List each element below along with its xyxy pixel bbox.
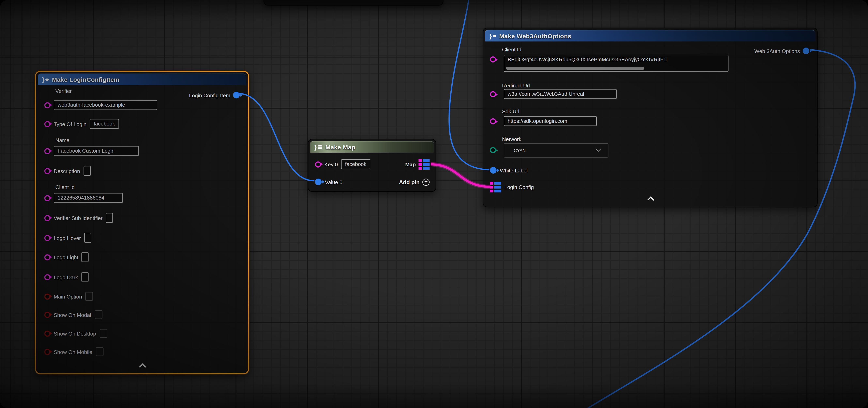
verifier-input[interactable]: web3auth-facebook-example: [54, 100, 157, 110]
blueprint-editor-viewport: } Make LoginConfigItem Login Config Item…: [0, 0, 868, 408]
pin-logo-dark[interactable]: [44, 274, 51, 280]
pin-logo-light[interactable]: [44, 254, 51, 260]
field-label: Key 0: [324, 161, 338, 167]
pin-client-id[interactable]: [44, 195, 51, 201]
field-label: Network: [502, 136, 521, 142]
field-label: Logo Hover: [54, 235, 81, 241]
field-label: Name: [55, 137, 69, 143]
pin-white-label[interactable]: [490, 167, 497, 174]
name-input[interactable]: Facebook Custom Login: [54, 146, 139, 156]
collapse-chevron-icon[interactable]: [139, 363, 146, 370]
show-on-modal-checkbox[interactable]: [94, 310, 102, 319]
pin-show-on-modal[interactable]: [44, 312, 51, 318]
pin-redirect-url[interactable]: [490, 91, 496, 97]
field-label: Value 0: [325, 179, 342, 185]
show-on-mobile-checkbox[interactable]: [96, 347, 103, 356]
pin-value-0[interactable]: [315, 178, 322, 185]
type-of-login-input[interactable]: facebook: [90, 119, 119, 129]
node-header-make-map[interactable]: } Make Map: [310, 141, 434, 152]
pin-show-on-mobile[interactable]: [44, 349, 51, 355]
pin-client-id[interactable]: [490, 57, 496, 63]
field-label: Description: [54, 168, 80, 174]
pin-key-0[interactable]: [315, 161, 321, 167]
verifier-sub-identifier-input[interactable]: [106, 213, 113, 223]
logo-dark-input[interactable]: [81, 272, 89, 282]
field-label: Show On Mobile: [54, 349, 92, 355]
pin-verifier[interactable]: [44, 102, 51, 108]
pin-sdk-url[interactable]: [490, 118, 496, 125]
field-label: Show On Modal: [54, 312, 91, 318]
node-make-map[interactable]: } Make Map Key 0 facebook Map Value 0 Ad…: [308, 139, 436, 192]
output-pin-label: Login Config Item: [189, 92, 230, 98]
field-label: Logo Dark: [54, 274, 78, 280]
make-map-icon: }: [314, 144, 322, 150]
output-pin-web3auth-options[interactable]: [803, 47, 809, 54]
pin-type-of-login[interactable]: [44, 121, 51, 127]
output-pin-label: Web 3Auth Options: [754, 48, 800, 54]
field-label: Verifier: [55, 88, 72, 94]
node-header-make-web3authoptions[interactable]: } Make Web3AuthOptions: [485, 30, 815, 41]
pin-login-config[interactable]: [490, 182, 501, 192]
field-label: Client Id: [502, 46, 521, 53]
node-make-web3authoptions[interactable]: } Make Web3AuthOptions Web 3Auth Options…: [483, 28, 817, 207]
node-title: Make Map: [326, 144, 355, 150]
output-pin-login-config-item[interactable]: [233, 92, 240, 99]
pin-network[interactable]: [490, 147, 496, 153]
make-struct-icon: }: [42, 76, 49, 83]
add-pin-icon[interactable]: +: [423, 178, 430, 185]
field-label: Type Of Login: [54, 121, 87, 127]
description-input[interactable]: [83, 166, 91, 176]
key-0-input[interactable]: facebook: [341, 159, 370, 169]
dropdown-chevron-icon: [595, 146, 601, 151]
network-value: CYAN: [514, 148, 526, 153]
field-label: Verifier Sub Identifier: [54, 215, 102, 221]
field-label: White Label: [500, 167, 528, 173]
field-label: Show On Desktop: [54, 330, 96, 336]
pin-logo-hover[interactable]: [44, 235, 51, 241]
node-make-loginconfigitem[interactable]: } Make LoginConfigItem Login Config Item…: [35, 71, 249, 374]
node-title: Make Web3AuthOptions: [499, 33, 571, 39]
field-label: Redirect Url: [502, 82, 530, 89]
field-label: Main Option: [54, 293, 82, 299]
show-on-desktop-checkbox[interactable]: [99, 329, 107, 338]
client-id-input[interactable]: BEglQSgt4cUWcj6SKRdu5QkOXTsePmMcusG5EAoy…: [504, 55, 728, 72]
pin-description[interactable]: [44, 168, 51, 174]
offscreen-node-fragment[interactable]: [264, 0, 443, 5]
add-pin-label: Add pin: [399, 179, 420, 185]
sdk-url-input[interactable]: https://sdk.openlogin.com: [504, 116, 597, 126]
logo-hover-input[interactable]: [84, 233, 92, 243]
pin-name[interactable]: [44, 148, 51, 154]
redirect-url-input[interactable]: w3a://com.w3a.Web3AuthUnreal: [504, 89, 617, 99]
pin-verifier-sub-identifier[interactable]: [44, 215, 51, 221]
pin-show-on-desktop[interactable]: [44, 330, 51, 336]
node-title: Make LoginConfigItem: [52, 76, 119, 83]
client-id-input[interactable]: 1222658941886084: [54, 193, 123, 203]
field-label: Logo Light: [54, 254, 78, 260]
logo-light-input[interactable]: [82, 252, 89, 262]
client-id-scrollbar[interactable]: [506, 67, 645, 70]
make-struct-icon: }: [489, 33, 496, 39]
output-pin-label: Map: [405, 161, 416, 167]
client-id-text: BEglQSgt4cUWcj6SKRdu5QkOXTsePmMcusG5EAoy…: [507, 57, 668, 63]
node-header-make-loginconfigitem[interactable]: } Make LoginConfigItem: [38, 73, 246, 85]
field-label: Login Config: [504, 184, 534, 190]
collapse-chevron-icon[interactable]: [647, 196, 654, 203]
network-dropdown[interactable]: CYAN: [504, 143, 608, 158]
pin-main-option[interactable]: [44, 293, 51, 299]
main-option-checkbox[interactable]: [85, 292, 93, 301]
output-pin-map[interactable]: [418, 159, 430, 169]
field-label: Sdk Url: [502, 108, 519, 114]
field-label: Client Id: [55, 184, 74, 190]
